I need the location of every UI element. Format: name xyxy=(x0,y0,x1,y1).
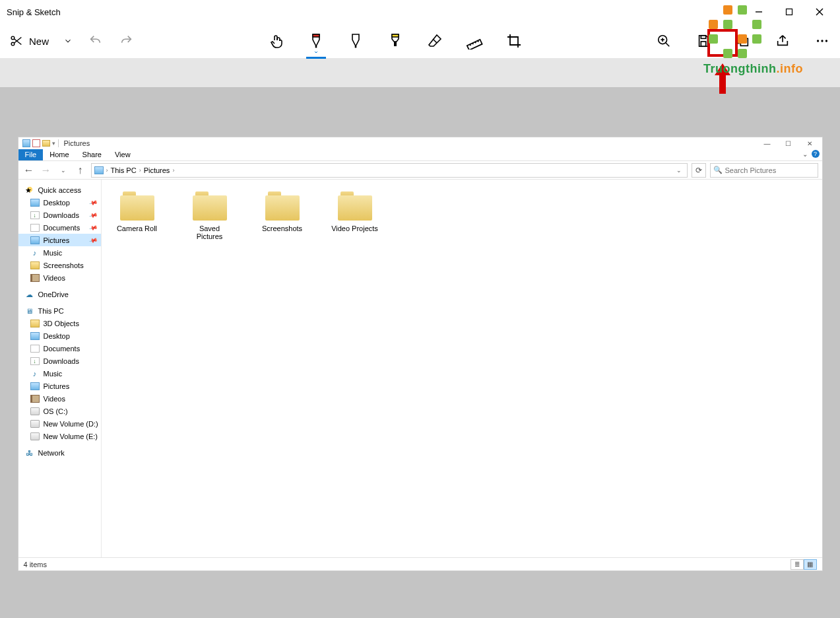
eraser-button[interactable] xyxy=(422,28,447,53)
canvas-area: ▾ Pictures — ☐ ✕ File Home Share View ⌄ … xyxy=(0,87,840,618)
view-icons-button[interactable]: ▦ xyxy=(804,559,817,570)
touch-writing-button[interactable] xyxy=(264,28,289,53)
explorer-maximize-button[interactable]: ☐ xyxy=(779,138,798,149)
snip-titlebar: Snip & Sketch xyxy=(0,0,840,24)
nav-pc-videos[interactable]: Videos xyxy=(18,392,101,405)
nav-drive-d[interactable]: New Volume (D:) xyxy=(18,417,101,430)
ballpoint-pen-button[interactable] xyxy=(304,28,329,53)
folder-icon xyxy=(30,320,40,327)
nav-screenshots[interactable]: Screenshots xyxy=(18,259,101,271)
nav-onedrive[interactable]: ☁OneDrive xyxy=(18,288,101,300)
explorer-titlebar: ▾ Pictures — ☐ ✕ xyxy=(18,137,822,149)
close-button[interactable] xyxy=(804,1,835,22)
qat-properties-icon[interactable] xyxy=(32,139,40,147)
nav-pc-downloads[interactable]: ↓Downloads xyxy=(18,355,101,367)
new-snip-button[interactable]: New xyxy=(5,31,53,51)
nav-3d-objects[interactable]: 3D Objects xyxy=(18,317,101,329)
ruler-icon xyxy=(466,32,483,50)
maximize-button[interactable] xyxy=(774,1,804,22)
desktop-icon xyxy=(30,332,40,340)
scissors-icon xyxy=(9,34,24,48)
ribbon-expand-icon[interactable]: ⌄ xyxy=(802,151,808,158)
nav-pc-desktop[interactable]: Desktop xyxy=(18,329,101,342)
nav-recent-dropdown[interactable]: ⌄ xyxy=(57,164,70,177)
qat-newfolder-icon[interactable] xyxy=(42,140,50,147)
nav-back-button[interactable]: ← xyxy=(22,164,36,177)
minimize-button[interactable] xyxy=(744,1,774,22)
nav-drive-c[interactable]: OS (C:) xyxy=(18,405,101,417)
pin-icon: 📌 xyxy=(88,210,98,219)
view-details-button[interactable]: ≣ xyxy=(791,559,804,570)
ribbon-tab-view[interactable]: View xyxy=(108,149,137,160)
pin-icon: 📌 xyxy=(88,223,98,232)
nav-videos[interactable]: Videos xyxy=(18,271,101,284)
control-menu-icon[interactable] xyxy=(22,139,30,147)
qat-dropdown-icon[interactable]: ▾ xyxy=(52,140,55,147)
folder-item[interactable]: Saved Pictures xyxy=(186,191,234,240)
nav-forward-button[interactable]: → xyxy=(40,164,53,177)
breadcrumb-current[interactable]: Pictures xyxy=(144,166,170,174)
pencil-button[interactable] xyxy=(343,28,368,53)
breadcrumb-root[interactable]: This PC xyxy=(111,166,137,174)
more-button[interactable] xyxy=(810,28,835,53)
chevron-down-icon xyxy=(312,50,320,55)
explorer-window: ▾ Pictures — ☐ ✕ File Home Share View ⌄ … xyxy=(18,137,822,570)
undo-button[interactable] xyxy=(83,28,108,53)
nav-music[interactable]: ♪Music xyxy=(18,246,101,259)
folder-item[interactable]: Camera Roll xyxy=(113,191,161,240)
breadcrumb-sep-icon: › xyxy=(172,167,174,174)
address-row: ← → ⌄ ↑ › This PC › Pictures › ⌄ ⟳ 🔍 xyxy=(18,161,822,180)
help-icon[interactable]: ? xyxy=(812,150,820,158)
save-button[interactable] xyxy=(691,28,716,53)
address-bar-icon xyxy=(94,166,104,174)
redo-button[interactable] xyxy=(113,28,139,53)
nav-network[interactable]: 🖧Network xyxy=(18,446,101,459)
nav-pictures[interactable]: Pictures📌 xyxy=(18,234,101,246)
folder-icon xyxy=(30,261,40,269)
share-icon xyxy=(775,34,790,48)
nav-this-pc[interactable]: 🖥This PC xyxy=(18,304,101,317)
nav-pc-music[interactable]: ♪Music xyxy=(18,367,101,380)
zoom-button[interactable] xyxy=(651,28,676,53)
nav-quick-access[interactable]: ★Quick access xyxy=(18,184,101,196)
nav-up-button[interactable]: ↑ xyxy=(74,164,87,177)
nav-pc-documents[interactable]: Documents xyxy=(18,342,101,355)
search-box[interactable]: 🔍 xyxy=(710,163,818,178)
nav-desktop[interactable]: Desktop📌 xyxy=(18,196,101,209)
explorer-close-button[interactable]: ✕ xyxy=(800,138,820,149)
share-button[interactable] xyxy=(770,28,795,53)
address-dropdown-icon[interactable]: ⌄ xyxy=(674,167,684,174)
ribbon-tab-share[interactable]: Share xyxy=(76,149,108,160)
highlighter-button[interactable] xyxy=(383,28,408,53)
drive-icon xyxy=(30,407,40,415)
cloud-icon: ☁ xyxy=(25,291,34,298)
refresh-button[interactable]: ⟳ xyxy=(692,163,706,178)
nav-downloads[interactable]: ↓Downloads📌 xyxy=(18,209,101,221)
svg-rect-12 xyxy=(467,40,482,50)
folder-item[interactable]: Video Projects xyxy=(331,191,379,240)
snip-toolbar: New xyxy=(0,24,840,58)
svg-point-9 xyxy=(354,46,356,48)
ribbon-tab-home[interactable]: Home xyxy=(43,149,75,160)
pc-icon: 🖥 xyxy=(25,307,34,315)
undo-icon xyxy=(88,34,103,48)
nav-pc-pictures[interactable]: Pictures xyxy=(18,380,101,392)
address-bar[interactable]: › This PC › Pictures › ⌄ xyxy=(91,163,688,178)
folder-item[interactable]: Screenshots xyxy=(259,191,306,240)
svg-rect-1 xyxy=(787,9,792,15)
explorer-window-title: Pictures xyxy=(64,139,90,147)
explorer-minimize-button[interactable]: — xyxy=(758,138,777,149)
new-dropdown[interactable] xyxy=(58,31,78,51)
copy-button[interactable] xyxy=(730,28,756,53)
search-input[interactable] xyxy=(725,166,815,174)
documents-icon xyxy=(30,224,40,232)
nav-documents[interactable]: Documents📌 xyxy=(18,221,101,234)
folder-icon xyxy=(193,191,227,221)
music-icon: ♪ xyxy=(30,249,40,257)
ruler-button[interactable] xyxy=(462,28,487,53)
ribbon-tab-file[interactable]: File xyxy=(18,149,44,160)
maximize-icon xyxy=(785,8,793,16)
crop-button[interactable] xyxy=(501,28,527,53)
drive-icon xyxy=(30,432,40,440)
nav-drive-e[interactable]: New Volume (E:) xyxy=(18,430,101,442)
